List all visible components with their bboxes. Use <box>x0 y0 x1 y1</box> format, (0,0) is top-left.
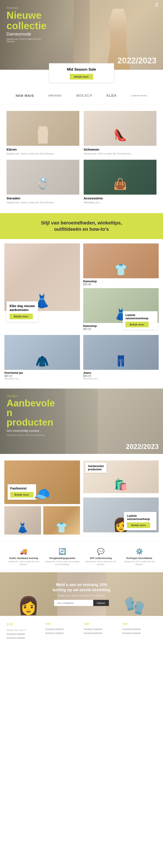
category-accessoires-desc: Afbeelding van ... <box>84 201 157 204</box>
feature-terugbetaling: 🔄 Terugbetalingsgarantie Sample text. Cl… <box>44 548 81 566</box>
kortingen-desc: Sample text. Click to select the Text El… <box>121 560 158 566</box>
footer-col-4-title: top <box>122 623 157 626</box>
hero-title: Nieuwe collectie <box>6 10 46 31</box>
damestop1-name: Damestop <box>83 280 159 283</box>
product-damestop2[interactable]: Damestop $80.00 Laatste seizoensverkoop … <box>83 288 159 331</box>
ondersteuning-desc: Sample text. Click to select the Text El… <box>83 560 119 566</box>
footer-col-1-item1[interactable]: Voorbeed webbsite <box>6 633 41 636</box>
recommended-top: Aanbevolenproducten <box>83 461 159 495</box>
overhemdjas-image <box>4 335 80 370</box>
category-schoenen-name: Schoenen <box>84 148 157 151</box>
category-accessoires-name: Accessoires <box>84 196 157 200</box>
brand-mockup: Mockup <box>76 94 92 98</box>
footer-col-3-title: top <box>84 623 118 626</box>
levering-title: Gratis standaard levering <box>5 557 42 559</box>
overhemdjas-name: Overhemd jas <box>4 371 80 374</box>
featured-product-button[interactable]: Bekijk meer <box>9 314 33 319</box>
yellow-banner: Stijl van beroemdheden, winkeltips,outfi… <box>0 213 163 239</box>
recommended-overlay: Aanbevolenproducten <box>85 463 107 473</box>
category-kleren[interactable]: Kleren Sample text. Click to select the … <box>6 111 79 155</box>
footer-col-2: top Voorbeed webbsite Voorbeed webbsite <box>45 623 80 641</box>
footer-col-4-item2[interactable]: Voorbeed webbsite <box>122 632 157 635</box>
footer-col-4: top Voorbeed webbsite Voorbeed webbsite <box>122 623 157 641</box>
footer-col-3-item1[interactable]: Voorbeed webbsite <box>84 628 118 631</box>
brand-luminaries: LUMINARIES <box>131 95 147 97</box>
brands-row: NEW WAVE ORGANIC Mockup Alba LUMINARIES <box>0 89 163 104</box>
footer-col-3: top Voorbeed webbsite Voorbeed webbsite <box>84 623 118 641</box>
featured-product-image <box>4 243 80 311</box>
fashionist-bottom-images <box>4 506 80 534</box>
category-sieraden-image <box>6 160 79 195</box>
hero-section: ☰ Stylistips Nieuwe collectie Damesmode … <box>0 0 163 70</box>
category-kleren-desc: Sample text. Click to select the Text El… <box>6 152 79 155</box>
category-accessoires-image <box>84 160 157 195</box>
brand-organic: ORGANIC <box>48 94 62 97</box>
fashionist-button[interactable]: Bekijk meer <box>10 492 34 498</box>
feature-kortingen: ⚙️ Kortingen beschikbaar Sample text. Cl… <box>121 548 158 566</box>
jeans-desc: Afbeelding van ... <box>83 377 159 380</box>
hero2-title: Aanbevole n producten <box>6 398 55 427</box>
category-sieraden[interactable]: Sieraden Sample text. Click to select th… <box>6 160 79 204</box>
overhemdjas-desc: Afbeelding van ... <box>4 377 80 380</box>
right-products-stack: Damestop $30.00 Damestop $80.00 Laatste … <box>83 243 159 331</box>
last-season-button[interactable]: Bekijk meer <box>127 522 150 528</box>
ondersteuning-icon: 💬 <box>83 548 119 555</box>
product-jeans[interactable]: Jeans $80.00 Afbeelding van ... <box>83 335 159 380</box>
sale-box-title: Mid Season Sale <box>54 67 109 72</box>
hamburger-icon[interactable]: ☰ <box>155 2 159 7</box>
product-damestop1[interactable]: Damestop $30.00 <box>83 243 159 286</box>
hero-description: Sample text. Click to select the Text El… <box>6 38 46 43</box>
newsletter-subtitle: Sample text. Click to select the Text El… <box>9 594 154 597</box>
fashionist-right: Aanbevolenproducten Laatste seizoensverk… <box>83 461 159 534</box>
product-overhemdjas[interactable]: Overhemd jas $60.00 Afbeelding van ... <box>4 335 80 380</box>
hero-subtag: Stylistips <box>6 6 46 9</box>
footer-col-4-item1[interactable]: Voorbeed webbsite <box>122 628 157 631</box>
newsletter-form: Indiener <box>9 600 154 606</box>
footer-col-1: top Sample text. Up to 3 Voorbeed webbsi… <box>6 623 41 641</box>
top-nav: ☰ <box>155 2 159 7</box>
fashionist-main-image: Fashionist Bekijk meer <box>4 461 80 504</box>
sale-box: Mid Season Sale Bekijk meer <box>49 63 114 83</box>
last-sale-button[interactable]: Bekijk meer <box>125 322 149 327</box>
footer-col-3-item2[interactable]: Voorbeed webbsite <box>84 632 118 635</box>
category-sieraden-desc: Sample text. Click to select the Text El… <box>6 201 79 204</box>
last-sale-title: Laatste seizoensverkoop <box>125 313 155 320</box>
hero2-section: Trendy Aanbevole n producten Zich onvers… <box>0 389 163 454</box>
footer-col-2-item1[interactable]: Voorbeed webbsite <box>45 628 80 631</box>
footer-col-1-item2[interactable]: Voorbeed webbsite <box>6 637 41 640</box>
feature-levering: 🚚 Gratis standaard levering Sample text.… <box>5 548 42 566</box>
fashionist-section: Fashionist Bekijk meer Aanbevolenproduct… <box>0 456 163 539</box>
footer: top Sample text. Up to 3 Voorbeed webbsi… <box>0 616 163 645</box>
terugbetaling-icon: 🔄 <box>44 548 81 555</box>
category-schoenen[interactable]: Schoenen Sample text. Click to select th… <box>84 111 157 155</box>
kortingen-icon: ⚙️ <box>121 548 158 555</box>
newsletter-input[interactable] <box>54 600 93 606</box>
category-accessoires[interactable]: Accessoires Afbeelding van ... <box>84 160 157 204</box>
brand-new-wave: NEW WAVE <box>16 94 34 97</box>
last-season-sale-overlay: Laatste seizoensverkoop Bekijk meer <box>124 512 157 530</box>
featured-product-card: Elke dag nieuwe aankomsten Bekijk meer <box>4 243 80 331</box>
categories-grid: Kleren Sample text. Click to select the … <box>6 111 157 205</box>
terugbetaling-title: Terugbetalingsgarantie <box>44 557 81 559</box>
footer-col-2-title: top <box>45 623 80 626</box>
newsletter-button[interactable]: Indiener <box>93 600 109 606</box>
newsletter-content: Meld u aan en ontvang 10%korting op uw e… <box>0 582 163 606</box>
jeans-price: $80.00 <box>83 374 159 377</box>
footer-col-2-item2[interactable]: Voorbeed webbsite <box>45 632 80 635</box>
featured-product-title: Elke dag nieuwe aankomsten <box>9 304 35 312</box>
features-row: 🚚 Gratis standaard levering Sample text.… <box>0 541 163 572</box>
jeans-image <box>83 335 159 370</box>
hero2-label: Trendy <box>6 395 55 398</box>
sale-box-wrapper: Mid Season Sale Bekijk meer <box>0 70 163 89</box>
overhemdjas-price: $60.00 <box>4 374 80 377</box>
hero-subtitle: Damesmode <box>6 32 46 37</box>
kortingen-title: Kortingen beschikbaar <box>121 557 158 559</box>
levering-icon: 🚚 <box>5 548 42 555</box>
sale-box-button[interactable]: Bekijk meer <box>70 74 93 80</box>
featured-product-overlay: Elke dag nieuwe aankomsten Bekijk meer <box>6 301 38 322</box>
fashionist-overlay: Fashionist Bekijk meer <box>8 484 36 500</box>
category-schoenen-image <box>84 111 157 146</box>
newsletter-title: Meld u aan en ontvang 10%korting op uw e… <box>9 582 154 593</box>
category-schoenen-desc: Sample text. Click to select the Text El… <box>84 152 157 155</box>
footer-col-1-title: top <box>6 623 41 626</box>
